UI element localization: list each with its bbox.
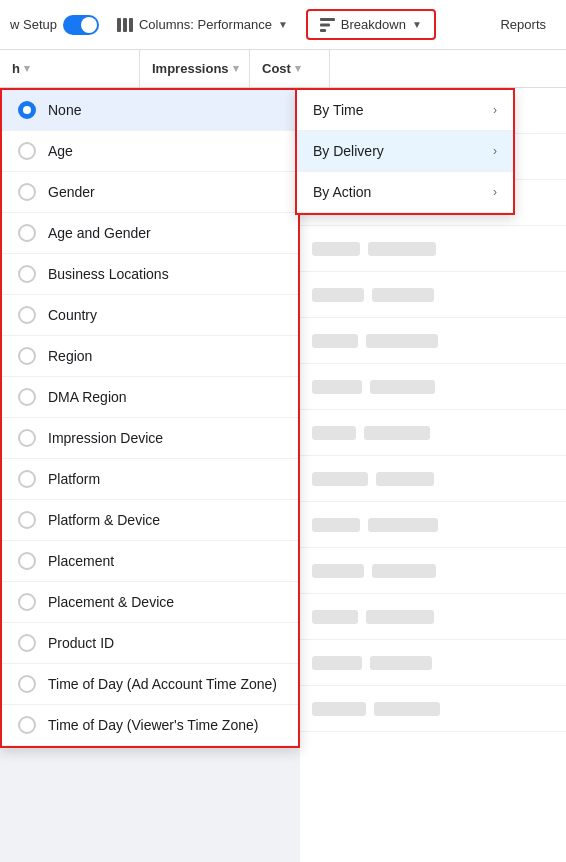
th-cost: Cost ▾ xyxy=(250,50,330,87)
breakdown-item-label-placement: Placement xyxy=(48,553,114,569)
table-row xyxy=(300,456,566,502)
chevron-right-icon: › xyxy=(493,103,497,117)
data-cell-blur xyxy=(366,334,438,348)
chevron-right-icon: › xyxy=(493,144,497,158)
data-cell-blur xyxy=(312,288,364,302)
submenu-item-by_action[interactable]: By Action› xyxy=(297,172,513,213)
th-name: h ▾ xyxy=(0,50,140,87)
breakdown-item-label-region: Region xyxy=(48,348,92,364)
radio-time_ad_account xyxy=(18,675,36,693)
data-cell-blur xyxy=(312,610,358,624)
breakdown-item-platform[interactable]: Platform xyxy=(2,459,298,500)
table-header: h ▾ Impressions ▾ Cost ▾ xyxy=(0,50,566,88)
breakdown-item-placement_device[interactable]: Placement & Device xyxy=(2,582,298,623)
breakdown-item-country[interactable]: Country xyxy=(2,295,298,336)
submenu-item-by_delivery[interactable]: By Delivery› xyxy=(297,131,513,172)
submenu-label-by_time: By Time xyxy=(313,102,364,118)
breakdown-item-label-platform: Platform xyxy=(48,471,100,487)
breakdown-item-time_ad_account[interactable]: Time of Day (Ad Account Time Zone) xyxy=(2,664,298,705)
data-cell-blur xyxy=(312,702,366,716)
breakdown-item-label-business_locations: Business Locations xyxy=(48,266,169,282)
view-setup-group: w Setup xyxy=(10,15,99,35)
breakdown-item-age_gender[interactable]: Age and Gender xyxy=(2,213,298,254)
data-cell-blur xyxy=(364,426,430,440)
breakdown-item-region[interactable]: Region xyxy=(2,336,298,377)
data-cell-blur xyxy=(372,288,434,302)
breakdown-item-label-time_ad_account: Time of Day (Ad Account Time Zone) xyxy=(48,676,277,692)
toolbar: w Setup Columns: Performance ▼ Breakdown… xyxy=(0,0,566,50)
submenu-label-by_delivery: By Delivery xyxy=(313,143,384,159)
radio-time_viewer xyxy=(18,716,36,734)
columns-icon xyxy=(117,18,133,32)
svg-rect-0 xyxy=(117,18,121,32)
breakdown-item-dma_region[interactable]: DMA Region xyxy=(2,377,298,418)
breakdown-item-label-age: Age xyxy=(48,143,73,159)
svg-rect-4 xyxy=(320,23,330,26)
breakdown-item-label-none: None xyxy=(48,102,81,118)
data-cell-blur xyxy=(312,380,362,394)
table-row xyxy=(300,226,566,272)
radio-business_locations xyxy=(18,265,36,283)
table-row xyxy=(300,686,566,732)
reports-button[interactable]: Reports xyxy=(490,11,556,38)
breakdown-item-label-gender: Gender xyxy=(48,184,95,200)
breakdown-item-label-placement_device: Placement & Device xyxy=(48,594,174,610)
radio-region xyxy=(18,347,36,365)
main-content: NoneAgeGenderAge and GenderBusiness Loca… xyxy=(0,88,566,862)
breakdown-item-label-platform_device: Platform & Device xyxy=(48,512,160,528)
breakdown-item-none[interactable]: None xyxy=(2,90,298,131)
radio-placement_device xyxy=(18,593,36,611)
radio-country xyxy=(18,306,36,324)
table-row xyxy=(300,318,566,364)
data-cell-blur xyxy=(312,242,360,256)
svg-rect-2 xyxy=(129,18,133,32)
data-cell-blur xyxy=(312,334,358,348)
th-impressions-sort-icon[interactable]: ▾ xyxy=(233,62,239,75)
breakdown-item-gender[interactable]: Gender xyxy=(2,172,298,213)
table-row xyxy=(300,548,566,594)
data-cell-blur xyxy=(312,656,362,670)
breakdown-panel: NoneAgeGenderAge and GenderBusiness Loca… xyxy=(0,88,300,748)
breakdown-icon xyxy=(320,18,335,32)
th-name-label: h xyxy=(12,61,20,76)
breakdown-item-label-dma_region: DMA Region xyxy=(48,389,127,405)
submenu-label-by_action: By Action xyxy=(313,184,371,200)
breakdown-item-time_viewer[interactable]: Time of Day (Viewer's Time Zone) xyxy=(2,705,298,746)
breakdown-item-impression_device[interactable]: Impression Device xyxy=(2,418,298,459)
svg-rect-5 xyxy=(320,29,326,32)
columns-button[interactable]: Columns: Performance ▼ xyxy=(107,11,298,38)
table-row xyxy=(300,640,566,686)
data-cell-blur xyxy=(368,518,438,532)
table-row xyxy=(300,502,566,548)
data-cell-blur xyxy=(312,426,356,440)
breakdown-caret-icon: ▼ xyxy=(412,19,422,30)
breakdown-item-product_id[interactable]: Product ID xyxy=(2,623,298,664)
data-cell-blur xyxy=(312,472,368,486)
radio-platform xyxy=(18,470,36,488)
breakdown-item-label-time_viewer: Time of Day (Viewer's Time Zone) xyxy=(48,717,258,733)
radio-impression_device xyxy=(18,429,36,447)
breakdown-item-business_locations[interactable]: Business Locations xyxy=(2,254,298,295)
data-cell-blur xyxy=(368,242,436,256)
radio-age xyxy=(18,142,36,160)
data-cell-blur xyxy=(312,564,364,578)
th-cost-sort-icon[interactable]: ▾ xyxy=(295,62,301,75)
view-setup-toggle[interactable] xyxy=(63,15,99,35)
breakdown-item-label-age_gender: Age and Gender xyxy=(48,225,151,241)
svg-rect-1 xyxy=(123,18,127,32)
th-name-sort-icon[interactable]: ▾ xyxy=(24,62,30,75)
radio-platform_device xyxy=(18,511,36,529)
breakdown-item-age[interactable]: Age xyxy=(2,131,298,172)
table-row xyxy=(300,410,566,456)
table-row xyxy=(300,364,566,410)
submenu-panel: By Time›By Delivery›By Action› xyxy=(295,88,515,215)
submenu-item-by_time[interactable]: By Time› xyxy=(297,90,513,131)
columns-caret-icon: ▼ xyxy=(278,19,288,30)
data-cell-blur xyxy=(374,702,440,716)
table-row xyxy=(300,594,566,640)
breakdown-item-platform_device[interactable]: Platform & Device xyxy=(2,500,298,541)
breakdown-button[interactable]: Breakdown ▼ xyxy=(306,9,436,40)
th-impressions: Impressions ▾ xyxy=(140,50,250,87)
radio-none xyxy=(18,101,36,119)
breakdown-item-placement[interactable]: Placement xyxy=(2,541,298,582)
